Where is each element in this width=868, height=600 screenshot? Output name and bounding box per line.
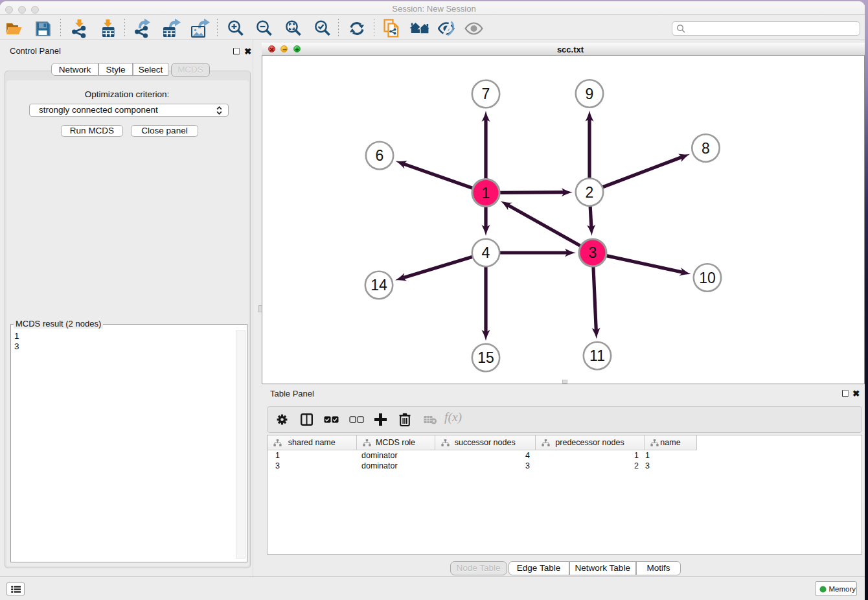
svg-text:8: 8 bbox=[702, 140, 710, 157]
svg-text:15: 15 bbox=[477, 349, 494, 366]
svg-text:1: 1 bbox=[482, 185, 490, 202]
svg-text:2: 2 bbox=[586, 184, 594, 201]
svg-text:9: 9 bbox=[586, 86, 594, 102]
svg-text:14: 14 bbox=[371, 277, 387, 294]
svg-text:6: 6 bbox=[376, 147, 384, 164]
svg-text:4: 4 bbox=[482, 244, 490, 261]
svg-text:11: 11 bbox=[589, 347, 605, 364]
svg-text:10: 10 bbox=[699, 270, 716, 286]
svg-text:7: 7 bbox=[482, 86, 490, 102]
svg-text:3: 3 bbox=[589, 244, 597, 261]
